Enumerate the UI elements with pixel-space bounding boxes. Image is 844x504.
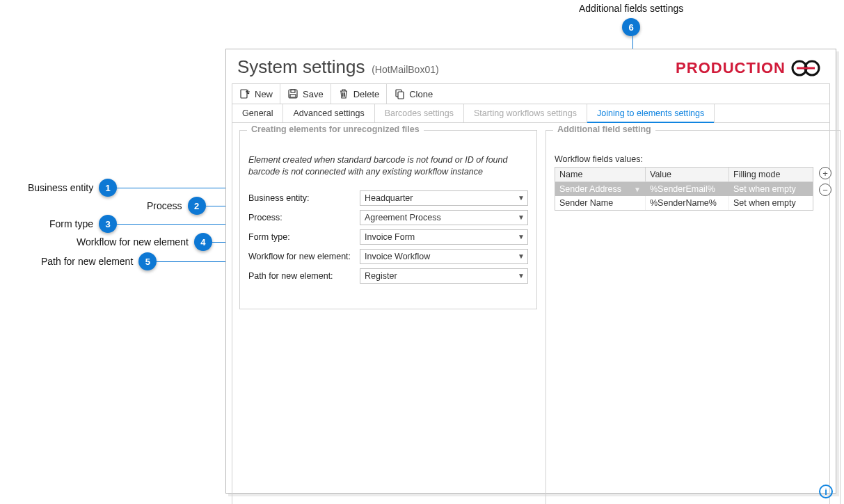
toolbar-label: Save — [303, 89, 324, 99]
form-type-dropdown[interactable]: Invoice Form ▼ — [360, 229, 528, 245]
cell-value: %SenderName% — [646, 196, 729, 210]
chevron-down-icon: ▼ — [518, 272, 525, 279]
business-entity-dropdown[interactable]: Headquarter ▼ — [360, 190, 528, 206]
trash-icon — [338, 88, 349, 99]
tab-joining-elements[interactable]: Joining to elements settings — [587, 104, 715, 122]
callout-label: Form type — [49, 218, 93, 229]
callout-bubble: 1 — [99, 179, 117, 197]
grid-with-buttons: Name Value Filling mode Sender Address ▼… — [555, 167, 831, 211]
callout-label: Additional fields settings — [579, 3, 683, 14]
list-label: Workflow fields values: — [555, 154, 831, 164]
save-icon — [287, 88, 298, 99]
clone-icon — [394, 88, 405, 99]
additional-field-panel: Additional field setting Workflow fields… — [546, 130, 841, 504]
col-name[interactable]: Name — [555, 168, 646, 182]
field-label: Process: — [248, 213, 360, 222]
svg-rect-6 — [290, 95, 296, 97]
cell-value: %SenderEmail% — [646, 182, 729, 196]
window-title-block: System settings (HotMailBox01) — [237, 56, 439, 78]
logo-icon — [791, 60, 820, 76]
tab-body: Creating elements for unrecognized files… — [232, 123, 830, 504]
chevron-down-icon: ▼ — [518, 233, 525, 241]
grid-header: Name Value Filling mode — [555, 168, 813, 182]
chevron-down-icon[interactable]: ▼ — [634, 186, 641, 193]
save-button[interactable]: Save — [280, 84, 331, 104]
tab-general[interactable]: General — [232, 104, 283, 122]
process-dropdown[interactable]: Agreement Process ▼ — [360, 210, 528, 225]
dropdown-value: Agreement Process — [365, 213, 441, 222]
toolbar-label: Clone — [409, 89, 433, 99]
new-button[interactable]: New — [232, 84, 280, 104]
minus-icon: − — [822, 186, 828, 195]
chevron-down-icon: ▼ — [518, 252, 525, 260]
table-row[interactable]: Sender Address ▼ %SenderEmail% Set when … — [555, 182, 813, 196]
tab-filler — [715, 104, 829, 122]
panel-description: Element created when standard barcode is… — [248, 154, 528, 178]
info-icon: i — [825, 487, 827, 497]
cell-filling: Set when empty — [729, 182, 813, 196]
dropdown-value: Headquarter — [365, 193, 413, 203]
window-header: System settings (HotMailBox01) PRODUCTIO… — [226, 49, 836, 82]
svg-rect-3 — [241, 90, 247, 98]
workflow-dropdown[interactable]: Invoice Workflow ▼ — [360, 249, 528, 264]
plus-icon: + — [822, 169, 828, 178]
field-business-entity: Business entity: Headquarter ▼ — [248, 190, 528, 206]
grid-side-buttons: + − — [819, 167, 831, 196]
field-label: Business entity: — [248, 193, 360, 203]
callout-1: Business entity 1 — [28, 179, 117, 197]
add-row-button[interactable]: + — [819, 167, 831, 179]
col-filling[interactable]: Filling mode — [729, 168, 813, 182]
field-label: Workflow for new element: — [248, 252, 360, 261]
info-button[interactable]: i — [819, 485, 833, 498]
toolbar-label: Delete — [353, 89, 380, 99]
tab-barcodes[interactable]: Barcodes settings — [375, 104, 464, 122]
table-row[interactable]: Sender Name %SenderName% Set when empty — [555, 196, 813, 210]
field-label: Form type: — [248, 232, 360, 242]
field-process: Process: Agreement Process ▼ — [248, 210, 528, 225]
callout-6: Additional fields settings 6 — [579, 3, 683, 36]
callout-label: Path for new element — [41, 256, 133, 267]
callout-label: Business entity — [28, 182, 93, 193]
dropdown-value: Register — [365, 271, 397, 281]
settings-window: System settings (HotMailBox01) PRODUCTIO… — [225, 49, 836, 494]
tab-advanced[interactable]: Advanced settings — [283, 104, 374, 122]
dropdown-value: Invoice Form — [365, 232, 415, 242]
toolbar: New Save Delete Clone — [232, 83, 830, 104]
field-path: Path for new element: Register ▼ — [248, 268, 528, 284]
callout-bubble: 2 — [188, 197, 206, 215]
cell-name: Sender Name — [559, 198, 613, 208]
toolbar-label: New — [255, 89, 273, 99]
fields-grid[interactable]: Name Value Filling mode Sender Address ▼… — [555, 167, 813, 211]
cell-filling: Set when empty — [729, 196, 813, 210]
environment-label: PRODUCTION — [676, 59, 786, 77]
dropdown-value: Invoice Workflow — [365, 252, 430, 261]
callout-label: Workflow for new element — [77, 236, 189, 247]
chevron-down-icon: ▼ — [518, 194, 525, 202]
panel-title: Creating elements for unrecognized files — [247, 124, 424, 134]
remove-row-button[interactable]: − — [819, 184, 831, 196]
callout-label: Process — [147, 200, 182, 211]
tab-starting-workflows[interactable]: Starting workflows settings — [464, 104, 587, 122]
page-title: System settings — [237, 56, 365, 77]
callout-bubble: 3 — [99, 215, 117, 233]
delete-button[interactable]: Delete — [331, 84, 388, 104]
field-workflow: Workflow for new element: Invoice Workfl… — [248, 249, 528, 264]
clone-button[interactable]: Clone — [387, 84, 440, 104]
page-subtitle: (HotMailBox01) — [372, 64, 438, 75]
callout-5: Path for new element 5 — [41, 252, 157, 270]
new-icon — [239, 88, 250, 99]
svg-rect-8 — [398, 92, 404, 99]
callout-3: Form type 3 — [49, 215, 117, 233]
callout-bubble: 6 — [622, 18, 640, 36]
field-label: Path for new element: — [248, 271, 360, 281]
cell-name: Sender Address — [559, 184, 621, 194]
svg-rect-5 — [291, 90, 295, 92]
tab-bar: General Advanced settings Barcodes setti… — [232, 104, 830, 123]
chevron-down-icon: ▼ — [518, 213, 525, 221]
col-value[interactable]: Value — [646, 168, 729, 182]
callout-2: Process 2 — [147, 197, 206, 215]
path-dropdown[interactable]: Register ▼ — [360, 268, 528, 284]
creating-elements-panel: Creating elements for unrecognized files… — [239, 130, 537, 309]
environment-badge: PRODUCTION — [676, 59, 820, 77]
field-form-type: Form type: Invoice Form ▼ — [248, 229, 528, 245]
